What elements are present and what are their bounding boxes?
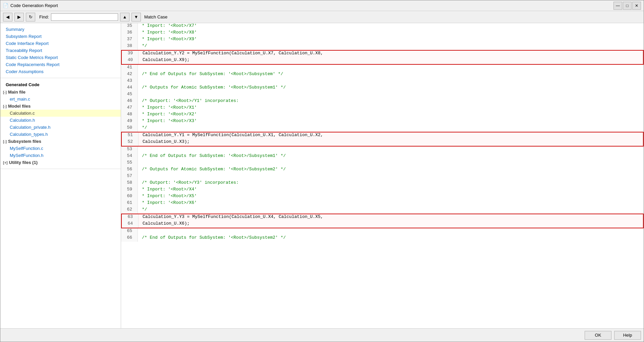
code-row-42: 42 /* End of Outputs for SubSystem: '<Ro… (121, 71, 644, 78)
sidebar-divider-2 (0, 169, 121, 169)
line-num-53: 53 (121, 147, 138, 153)
code-row-40: 40 Calculation_U.X9); (122, 57, 643, 64)
line-code-63: Calculation_Y.Y3 = MySelfFunction(Calcul… (139, 214, 643, 221)
line-num-65: 65 (121, 228, 138, 235)
code-row-44: 44 /* Outputs for Atomic SubSystem: '<Ro… (121, 85, 644, 92)
code-row-54: 54 /* End of Outputs for SubSystem: '<Ro… (121, 153, 644, 160)
code-row-60: 60 * Inport: '<Root>/X5' (121, 193, 644, 200)
collapse-icon-subsystem: [-] (3, 139, 7, 144)
myselffunction-h-link[interactable]: MySelfFunction.h (10, 153, 43, 158)
ert-main-link[interactable]: ert_main.c (10, 97, 30, 102)
sidebar-item-calculation-h[interactable]: Calculation.h (0, 117, 121, 124)
highlight-block-2: 51 Calculation_Y.Y1 = MySelfFunction(Cal… (121, 132, 644, 147)
sidebar-item-calculation-private-h[interactable]: Calculation_private.h (0, 124, 121, 131)
sidebar-link-code-replacements-report[interactable]: Code Replacements Report (0, 61, 121, 68)
line-code-42: /* End of Outputs for SubSystem: '<Root>… (138, 71, 644, 78)
line-code-57 (138, 173, 644, 180)
line-num-61: 61 (121, 200, 138, 207)
calculation-h-link[interactable]: Calculation.h (10, 118, 35, 123)
help-button[interactable]: Help (614, 331, 641, 340)
line-num-59: 59 (121, 187, 138, 193)
line-code-53 (138, 147, 644, 153)
line-code-40: Calculation_U.X9); (139, 57, 643, 64)
code-row-47: 47 * Inport: '<Root>/X1' (121, 105, 644, 112)
code-row-63: 63 Calculation_Y.Y3 = MySelfFunction(Cal… (122, 214, 643, 221)
code-row-64: 64 Calculation_U.X6); (122, 221, 643, 228)
sidebar-item-myselffunction-c[interactable]: MySelfFunction.c (0, 145, 121, 152)
title-bar: 📄 Code Generation Report — □ ✕ (0, 0, 644, 11)
line-num-37: 37 (121, 37, 138, 43)
minimize-button[interactable]: — (613, 2, 622, 10)
sidebar-link-static-code-metrics-report[interactable]: Static Code Metrics Report (0, 54, 121, 61)
line-num-58: 58 (121, 180, 138, 187)
sidebar-link-coder-assumptions[interactable]: Coder Assumptions (0, 68, 121, 75)
line-num-42: 42 (121, 71, 138, 78)
code-row-38: 38 */ (121, 43, 644, 50)
code-row-46: 46 /* Outport: '<Root>/Y1' incorporates: (121, 98, 644, 105)
generated-code-label: Generated Code (0, 81, 121, 89)
line-num-51: 51 (122, 132, 139, 139)
line-code-65 (138, 228, 644, 235)
sidebar-link-summary[interactable]: Summary (0, 26, 121, 33)
sidebar-item-ert-main[interactable]: ert_main.c (0, 96, 121, 103)
line-code-66: /* End of Outputs for SubSystem: '<Root>… (138, 235, 644, 242)
code-row-53: 53 (121, 147, 644, 153)
model-files-label: Model files (8, 104, 31, 109)
refresh-button[interactable]: ↻ (26, 13, 35, 21)
collapse-icon-utility: [+] (3, 161, 8, 165)
code-row-62: 62 */ (121, 207, 644, 214)
line-code-55 (138, 160, 644, 167)
calculation-private-h-link[interactable]: Calculation_private.h (10, 125, 50, 130)
app-icon: 📄 (3, 3, 8, 8)
highlight-block-3: 63 Calculation_Y.Y3 = MySelfFunction(Cal… (121, 214, 644, 228)
ok-button[interactable]: OK (585, 331, 611, 340)
line-code-60: * Inport: '<Root>/X5' (138, 193, 644, 200)
line-num-54: 54 (121, 153, 138, 160)
back-button[interactable]: ◀ (3, 13, 12, 21)
line-code-52: Calculation_U.X3); (139, 139, 643, 146)
line-num-55: 55 (121, 160, 138, 167)
maximize-button[interactable]: □ (623, 2, 632, 10)
sidebar-link-code-interface-report[interactable]: Code Interface Report (0, 40, 121, 47)
find-down-button[interactable]: ▼ (131, 13, 141, 21)
sidebar-link-traceability-report[interactable]: Traceability Report (0, 47, 121, 54)
line-code-61: * Inport: '<Root>/X6' (138, 200, 644, 207)
code-row-48: 48 * Inport: '<Root>/X2' (121, 112, 644, 118)
sidebar-collapse-subsystem-files[interactable]: [-] Subsystem files (0, 138, 121, 145)
sidebar-link-subsystem-report[interactable]: Subsystem Report (0, 33, 121, 40)
match-case-label: Match Case (144, 14, 167, 19)
sidebar-collapse-utility-files[interactable]: [+] Utility files (1) (0, 159, 121, 166)
line-code-36: * Inport: '<Root>/X8' (138, 30, 644, 37)
calculation-types-h-link[interactable]: Calculation_types.h (10, 132, 48, 137)
sidebar-item-myselffunction-h[interactable]: MySelfFunction.h (0, 152, 121, 159)
line-num-57: 57 (121, 173, 138, 180)
line-code-59: * Inport: '<Root>/X4' (138, 187, 644, 193)
code-row-49: 49 * Inport: '<Root>/X3' (121, 118, 644, 125)
line-num-41: 41 (121, 65, 138, 71)
line-code-48: * Inport: '<Root>/X2' (138, 112, 644, 118)
sidebar-item-calculation-c[interactable]: Calculation.c (0, 110, 121, 117)
code-row-39: 39 Calculation_Y.Y2 = MySelfFunction(Cal… (122, 51, 643, 57)
line-code-64: Calculation_U.X6); (139, 221, 643, 228)
code-row-41: 41 (121, 65, 644, 71)
sidebar-item-calculation-types-h[interactable]: Calculation_types.h (0, 131, 121, 138)
line-code-51: Calculation_Y.Y1 = MySelfFunction(Calcul… (139, 132, 643, 139)
code-row-59: 59 * Inport: '<Root>/X4' (121, 187, 644, 193)
myselffunction-c-link[interactable]: MySelfFunction.c (10, 146, 43, 151)
close-button[interactable]: ✕ (632, 2, 641, 10)
sidebar-collapse-model-files[interactable]: [-] Model files (0, 103, 121, 110)
line-num-40: 40 (122, 57, 139, 64)
line-num-47: 47 (121, 105, 138, 112)
code-row-51: 51 Calculation_Y.Y1 = MySelfFunction(Cal… (122, 132, 643, 139)
code-row-43: 43 (121, 78, 644, 85)
code-row-50: 50 */ (121, 125, 644, 132)
calculation-c-link[interactable]: Calculation.c (10, 111, 35, 116)
find-label: Find: (39, 14, 49, 19)
sidebar: Summary Subsystem Report Code Interface … (0, 23, 121, 328)
code-row-35: 35 * Inport: '<Root>/X7' (121, 23, 644, 30)
code-scroll[interactable]: 35 * Inport: '<Root>/X7' 36 * Inport: '<… (121, 23, 644, 328)
sidebar-collapse-main-file[interactable]: [-] Main file (0, 89, 121, 96)
find-up-button[interactable]: ▲ (120, 13, 129, 21)
forward-button[interactable]: ▶ (14, 13, 24, 21)
find-input[interactable] (51, 13, 118, 21)
